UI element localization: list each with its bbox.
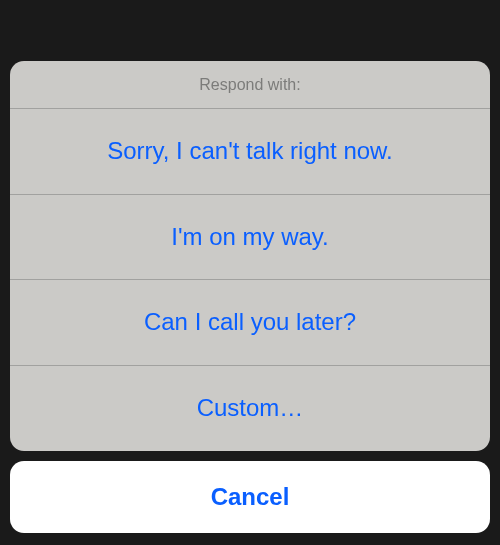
response-option-cant-talk[interactable]: Sorry, I can't talk right now. <box>10 109 490 195</box>
response-option-on-my-way[interactable]: I'm on my way. <box>10 195 490 281</box>
cancel-button[interactable]: Cancel <box>10 461 490 533</box>
response-option-call-later[interactable]: Can I call you later? <box>10 280 490 366</box>
action-sheet: Respond with: Sorry, I can't talk right … <box>10 61 490 451</box>
response-option-custom[interactable]: Custom… <box>10 366 490 451</box>
sheet-title: Respond with: <box>10 61 490 109</box>
